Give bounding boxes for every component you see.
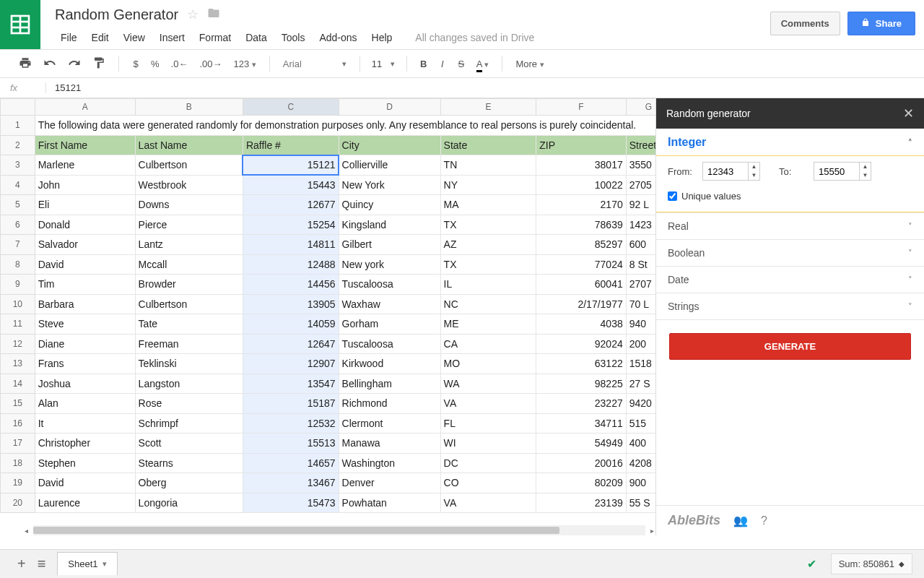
cell[interactable]: 13547 <box>243 374 339 394</box>
cell[interactable]: Washington <box>339 453 440 473</box>
header-cell[interactable]: Last Name <box>135 135 243 155</box>
row-header[interactable]: 18 <box>1 453 35 473</box>
cell[interactable]: 940 <box>626 314 655 335</box>
cell[interactable]: 900 <box>626 473 655 493</box>
header-cell[interactable]: City <box>339 135 440 155</box>
cell[interactable]: Christopher <box>35 434 135 454</box>
cell[interactable]: Teklinski <box>135 354 243 374</box>
menu-format[interactable]: Format <box>193 29 237 46</box>
col-header[interactable]: D <box>339 99 440 116</box>
cell[interactable]: Waxhaw <box>339 294 440 314</box>
cell[interactable]: Frans <box>35 354 135 374</box>
close-icon[interactable]: ✕ <box>903 105 914 121</box>
spin-down-icon[interactable]: ▼ <box>749 171 759 180</box>
cell[interactable]: Quincy <box>339 195 440 215</box>
cell[interactable]: 10022 <box>536 175 626 195</box>
cell[interactable]: 14059 <box>243 314 339 335</box>
cell[interactable]: Scott <box>135 434 243 454</box>
cell[interactable]: Denver <box>339 473 440 493</box>
undo-icon[interactable] <box>39 53 61 74</box>
print-icon[interactable] <box>14 53 36 74</box>
cell[interactable]: TN <box>440 155 536 176</box>
row-header[interactable]: 5 <box>1 195 35 215</box>
row-header[interactable]: 16 <box>1 413 35 434</box>
menu-help[interactable]: Help <box>366 29 398 46</box>
cell[interactable]: FL <box>440 413 536 434</box>
unique-checkbox[interactable] <box>668 191 677 201</box>
comments-button[interactable]: Comments <box>770 12 840 35</box>
row-header[interactable]: 17 <box>1 434 35 454</box>
header-cell[interactable]: Raffle # <box>243 135 339 155</box>
strike-icon[interactable]: S <box>453 56 469 72</box>
cell[interactable]: 13905 <box>243 294 339 314</box>
cell[interactable]: Gilbert <box>339 235 440 255</box>
cell[interactable]: Richmond <box>339 394 440 414</box>
cell[interactable]: 78639 <box>536 215 626 235</box>
row-header[interactable]: 7 <box>1 235 35 255</box>
cell[interactable]: 15121 <box>243 155 339 176</box>
cell[interactable]: 98225 <box>536 374 626 394</box>
cell[interactable]: TX <box>440 254 536 275</box>
cell[interactable]: 1423 <box>626 215 655 235</box>
cell[interactable]: 14456 <box>243 275 339 295</box>
doc-title[interactable]: Random Generator <box>55 7 178 23</box>
cell[interactable]: 38017 <box>536 155 626 176</box>
cell[interactable]: Tate <box>135 314 243 335</box>
cell[interactable]: Steve <box>35 314 135 335</box>
cell[interactable]: 34711 <box>536 413 626 434</box>
cell[interactable]: Culbertson <box>135 294 243 314</box>
section-real[interactable]: Real˅ <box>656 213 924 239</box>
cell[interactable]: 85297 <box>536 235 626 255</box>
currency-icon[interactable]: $ <box>128 56 144 72</box>
cell[interactable]: ME <box>440 314 536 335</box>
row-header[interactable]: 14 <box>1 374 35 394</box>
all-sheets-icon[interactable]: ≡ <box>38 556 46 572</box>
cell[interactable]: 92024 <box>536 334 626 354</box>
cell[interactable]: 92 L <box>626 195 655 215</box>
cell[interactable]: 12647 <box>243 334 339 354</box>
cell[interactable]: Browder <box>135 275 243 295</box>
sheet-tab[interactable]: Sheet1▾ <box>57 552 117 575</box>
cell[interactable]: 15187 <box>243 394 339 414</box>
cell[interactable]: 9420 <box>626 394 655 414</box>
cell[interactable]: NC <box>440 294 536 314</box>
dec-decrease-icon[interactable]: .0← <box>167 56 193 72</box>
header-cell[interactable]: Street <box>626 135 655 155</box>
cell[interactable]: Kingsland <box>339 215 440 235</box>
row-header[interactable]: 8 <box>1 254 35 275</box>
menu-edit[interactable]: Edit <box>86 29 115 46</box>
cell[interactable]: Eli <box>35 195 135 215</box>
cell[interactable]: 2170 <box>536 195 626 215</box>
col-header[interactable]: C <box>243 99 339 116</box>
cell[interactable]: Donald <box>35 215 135 235</box>
cell[interactable]: 4038 <box>536 314 626 335</box>
cell[interactable]: 14811 <box>243 235 339 255</box>
cell[interactable]: 15254 <box>243 215 339 235</box>
row-header[interactable]: 13 <box>1 354 35 374</box>
cell[interactable]: Langston <box>135 374 243 394</box>
cell[interactable]: John <box>35 175 135 195</box>
row-header[interactable]: 20 <box>1 493 35 513</box>
cell[interactable]: 13467 <box>243 473 339 493</box>
cell[interactable]: IL <box>440 275 536 295</box>
spreadsheet-grid[interactable]: ABCDEFG1The following data were generate… <box>0 98 655 513</box>
cell[interactable]: Westbrook <box>135 175 243 195</box>
row-header[interactable]: 19 <box>1 473 35 493</box>
paint-format-icon[interactable] <box>88 53 110 74</box>
generate-button[interactable]: GENERATE <box>669 333 911 360</box>
row-header[interactable]: 6 <box>1 215 35 235</box>
col-header[interactable]: F <box>536 99 626 116</box>
spin-up-icon[interactable]: ▲ <box>860 163 871 171</box>
col-header[interactable]: E <box>440 99 536 116</box>
cell[interactable]: Bellingham <box>339 374 440 394</box>
cell[interactable]: TX <box>440 215 536 235</box>
section-boolean[interactable]: Boolean˅ <box>656 240 924 266</box>
italic-icon[interactable]: I <box>435 56 450 72</box>
cell[interactable]: David <box>35 254 135 275</box>
cell[interactable]: MO <box>440 354 536 374</box>
cell[interactable]: 15473 <box>243 493 339 513</box>
h-scrollbar[interactable]: ◂ ▸ <box>33 525 645 535</box>
more-menu[interactable]: More ▾ <box>511 56 548 72</box>
cell[interactable]: Gorham <box>339 314 440 335</box>
text-color-icon[interactable]: A ▾ <box>472 56 494 72</box>
